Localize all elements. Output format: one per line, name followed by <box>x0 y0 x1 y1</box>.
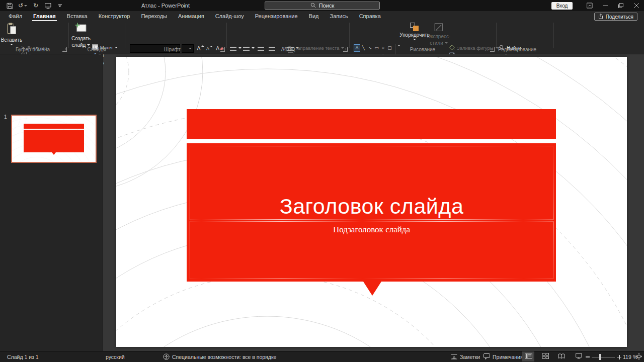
thumbnail-title-band <box>24 124 84 129</box>
maximize-icon[interactable] <box>613 0 628 11</box>
ribbon: Вставить ✂ Вырезать Копировать Формат по… <box>0 21 644 54</box>
notes-icon <box>451 354 457 360</box>
powerpoint-window: ↺ ↻ Атлас - PowerPoint Поиск Вход Файл Г… <box>0 0 644 362</box>
clipboard-icon <box>7 23 17 36</box>
tab-review[interactable]: Рецензирование <box>250 11 303 21</box>
tab-file[interactable]: Файл <box>3 11 28 21</box>
plus-icon <box>617 355 621 359</box>
language-indicator[interactable]: русский <box>106 351 125 362</box>
quick-styles-icon <box>434 23 444 33</box>
zoom-out-button[interactable] <box>586 351 590 362</box>
zoom-in-button[interactable] <box>617 351 621 362</box>
zoom-slider-track[interactable] <box>592 357 615 358</box>
tab-animations[interactable]: Анимация <box>173 11 210 21</box>
fit-slide-to-window-button[interactable] <box>636 351 642 362</box>
clipboard-dialog-launcher-icon[interactable] <box>62 47 67 52</box>
drawing-group-label: Рисование <box>352 47 493 52</box>
tab-design[interactable]: Конструктор <box>93 11 136 21</box>
search-input[interactable]: Поиск <box>265 2 380 10</box>
tab-transitions[interactable]: Переходы <box>135 11 173 21</box>
window-title: Атлас - PowerPoint <box>141 0 190 11</box>
status-bar: Слайд 1 из 1 русский Специальные возможн… <box>0 351 644 362</box>
title-band-shape[interactable] <box>187 109 556 139</box>
slideshow-view-icon <box>576 353 582 360</box>
gallery-up-icon[interactable] <box>397 45 400 46</box>
view-slide-sorter-button[interactable] <box>539 351 551 361</box>
drawing-dialog-launcher-icon[interactable] <box>490 47 495 52</box>
arrange-icon <box>410 23 419 31</box>
slide-thumbnail[interactable] <box>11 115 97 163</box>
slide-sorter-icon <box>542 353 549 360</box>
share-button[interactable]: Поделиться <box>594 13 637 21</box>
normal-view-icon <box>525 353 532 360</box>
view-reading-button[interactable] <box>555 351 568 361</box>
slides-group-label: Слайды <box>69 47 124 52</box>
editing-group-label: Редактирование <box>498 47 553 52</box>
new-slide-dropdown-icon <box>87 44 90 46</box>
redo-icon[interactable]: ↻ <box>32 2 39 10</box>
search-icon <box>310 3 316 9</box>
sign-in-button[interactable]: Вход <box>551 2 573 10</box>
titlebar-controls: Вход <box>551 0 644 11</box>
comments-button[interactable]: Примечания <box>484 351 523 362</box>
slide-editing-area[interactable]: Заголовок слайда Подзаголовок слайда <box>116 57 627 347</box>
close-icon[interactable] <box>628 0 644 11</box>
ribbon-display-options-icon[interactable] <box>582 0 597 11</box>
slide-counter[interactable]: Слайд 1 из 1 <box>7 351 39 362</box>
arrange-button[interactable]: Упорядочить <box>401 23 428 40</box>
tab-help[interactable]: Справка <box>354 11 386 21</box>
subtitle-placeholder[interactable]: Подзаголовок слайда <box>190 221 553 279</box>
notes-button[interactable]: Заметки <box>451 351 480 362</box>
paragraph-group-label: Абзац <box>229 47 347 52</box>
save-icon[interactable] <box>6 2 13 10</box>
editing-canvas: Заголовок слайда Подзаголовок слайда <box>104 54 644 351</box>
quick-access-toolbar: ↺ ↻ <box>6 0 63 11</box>
title-bar: ↺ ↻ Атлас - PowerPoint Поиск Вход <box>0 0 644 11</box>
ribbon-tab-bar: Файл Главная Вставка Конструктор Переход… <box>0 11 644 21</box>
content-block-shape[interactable]: Заголовок слайда Подзаголовок слайда <box>187 143 556 282</box>
comments-icon <box>484 353 490 360</box>
tab-home[interactable]: Главная <box>28 11 61 21</box>
font-group-label: Шрифт <box>126 47 219 52</box>
undo-icon[interactable]: ↺ <box>18 2 27 10</box>
slide-thumbnail-panel: 1 <box>0 54 103 351</box>
zoom-slider-thumb[interactable] <box>599 354 601 360</box>
customize-qat-icon[interactable] <box>56 2 63 10</box>
title-placeholder[interactable]: Заголовок слайда <box>190 146 553 220</box>
slide-title-text: Заголовок слайда <box>280 195 464 218</box>
tab-record[interactable]: Запись <box>325 11 354 21</box>
minimize-icon[interactable] <box>597 0 613 11</box>
paste-dropdown-icon <box>10 44 13 45</box>
slide-number-label: 1 <box>4 114 7 120</box>
new-slide-icon <box>75 23 87 35</box>
clipboard-group-label: Буфер обмена <box>0 47 65 52</box>
arrange-dropdown-icon <box>413 39 416 40</box>
slide-subtitle-text: Подзаголовок слайда <box>333 225 410 234</box>
start-slideshow-icon[interactable] <box>44 2 51 10</box>
quick-styles-dropdown-icon <box>445 42 448 44</box>
font-dialog-launcher-icon[interactable] <box>220 47 225 52</box>
fit-to-window-icon <box>636 353 642 360</box>
paste-button[interactable]: Вставить <box>4 23 20 45</box>
share-icon <box>598 14 603 20</box>
callout-pointer-shape[interactable] <box>363 282 381 296</box>
view-slideshow-button[interactable] <box>573 351 585 361</box>
new-slide-button[interactable]: Создать слайд <box>71 23 91 48</box>
accessibility-icon <box>163 353 170 361</box>
minus-icon <box>586 356 590 357</box>
quick-styles-button[interactable]: Экспресс- стили <box>428 23 450 46</box>
zoom-slider[interactable] <box>592 351 615 362</box>
accessibility-status[interactable]: Специальные возможности: все в порядке <box>163 351 276 362</box>
zoom-level[interactable]: 119 % <box>623 351 637 362</box>
reading-view-icon <box>558 353 565 360</box>
tab-slideshow[interactable]: Слайд-шоу <box>210 11 250 21</box>
thumbnail-pointer <box>52 152 56 155</box>
paragraph-dialog-launcher-icon[interactable] <box>343 47 348 52</box>
tab-insert[interactable]: Вставка <box>61 11 93 21</box>
search-placeholder: Поиск <box>319 3 334 9</box>
thumbnail-body-block <box>24 130 84 152</box>
tab-view[interactable]: Вид <box>303 11 325 21</box>
view-normal-button[interactable] <box>522 351 534 361</box>
